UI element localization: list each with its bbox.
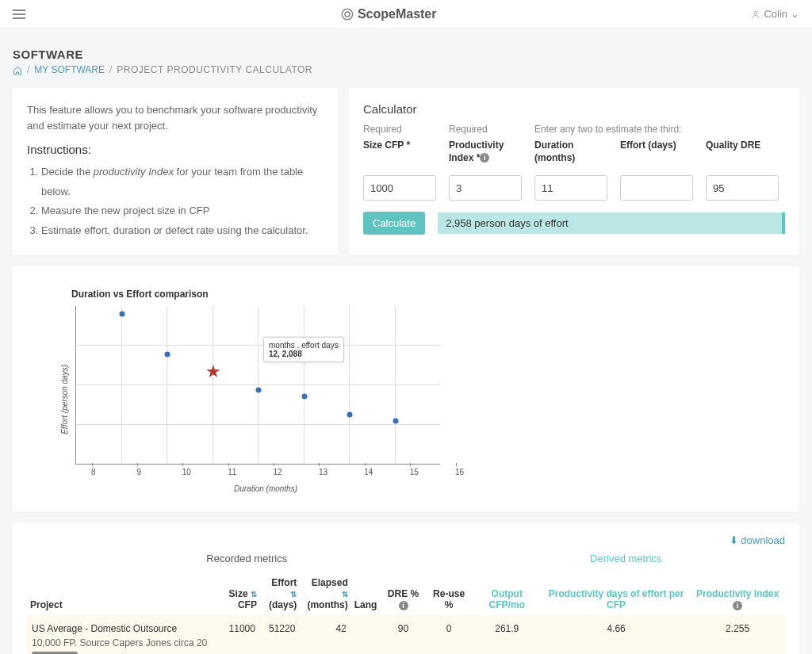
sort-icon: ⇅ xyxy=(342,590,348,599)
th-prod-index[interactable]: Productivity Index i xyxy=(690,572,785,615)
home-icon[interactable] xyxy=(13,64,22,75)
info-icon[interactable]: i xyxy=(733,601,742,610)
th-size[interactable]: Size ⇅CFP xyxy=(224,572,260,615)
cell-prod-index: 2.255 xyxy=(690,615,785,654)
derived-metrics-header: Derived metrics xyxy=(466,553,785,564)
th-elapsed[interactable]: Elapsed ⇅(months) xyxy=(300,572,350,615)
svg-point-0 xyxy=(342,9,353,20)
calculator-card: Calculator Required Required Enter any t… xyxy=(349,88,799,255)
recorded-metrics-header: Recorded metrics xyxy=(27,553,466,564)
intro-text: This feature allows you to benchmark you… xyxy=(27,102,324,133)
chart-point[interactable] xyxy=(256,387,262,392)
size-input[interactable] xyxy=(363,175,436,201)
scope-icon xyxy=(340,7,354,21)
x-axis-ticks: 8910111213141516 xyxy=(91,465,456,476)
th-lang[interactable]: Lang xyxy=(351,572,381,615)
instruction-2: Measure the new project size in CFP xyxy=(41,201,324,221)
result-bar: 2,958 person days of effort xyxy=(438,212,785,234)
breadcrumb-my-software[interactable]: MY SOFTWARE xyxy=(34,64,105,75)
svg-point-1 xyxy=(345,12,350,17)
user-icon xyxy=(751,10,760,19)
table-card: ⬇ download Recorded metrics Derived metr… xyxy=(13,523,799,654)
breadcrumb: / MY SOFTWARE / PROJECT PRODUCTIVITY CAL… xyxy=(13,64,799,75)
chart-title: Duration vs Effort comparison xyxy=(71,289,473,300)
instructions-card: This feature allows you to benchmark you… xyxy=(13,88,338,255)
chart-card: Duration vs Effort comparison Effort (pe… xyxy=(13,266,799,512)
instruction-1: Decide the productivity Index for your t… xyxy=(41,163,324,201)
th-project[interactable]: Project xyxy=(27,572,224,615)
project-sub: 10,000 FP. Source Capers Jones circa 20 xyxy=(32,637,220,648)
quality-input[interactable] xyxy=(706,175,779,201)
user-name: Colin xyxy=(764,8,787,20)
cell-reuse: 0 xyxy=(427,615,472,654)
chart-star-point[interactable]: ★ xyxy=(205,361,221,382)
cell-elapsed: 42 xyxy=(300,615,350,654)
field-label-quality: Quality DRE xyxy=(706,140,779,152)
th-effort[interactable]: Effort ⇅(days) xyxy=(260,572,300,615)
th-prod-days[interactable]: Productivity days of effort per CFP xyxy=(542,572,690,615)
download-link[interactable]: ⬇ download xyxy=(27,534,785,546)
chart-point[interactable] xyxy=(347,411,353,417)
y-axis-label: Effort (person days) xyxy=(60,365,69,434)
cell-effort: 51220 xyxy=(260,615,300,654)
info-icon[interactable]: i xyxy=(399,601,408,610)
label-required-1: Required xyxy=(363,124,436,135)
field-label-duration: Duration (months) xyxy=(534,140,607,164)
menu-button[interactable] xyxy=(13,10,25,19)
chart-point[interactable] xyxy=(165,351,170,357)
brand-logo: ScopeMaster xyxy=(340,7,437,21)
duration-input[interactable] xyxy=(534,175,607,201)
instructions-title: Instructions: xyxy=(27,143,324,156)
calculator-title: Calculator xyxy=(363,102,785,116)
label-required-2: Required xyxy=(449,124,522,135)
field-label-effort: Effort (days) xyxy=(620,140,693,152)
download-icon: ⬇ xyxy=(730,534,738,546)
chevron-down-icon: ⌄ xyxy=(791,8,799,20)
breadcrumb-current: PROJECT PRODUCTIVITY CALCULATOR xyxy=(117,64,312,75)
chart-point[interactable] xyxy=(393,419,398,424)
svg-point-2 xyxy=(754,11,757,14)
sort-icon: ⇅ xyxy=(251,590,257,599)
cell-lang xyxy=(351,615,381,654)
th-output[interactable]: Output CFP/mo xyxy=(472,572,542,615)
brand-name: ScopeMaster xyxy=(358,7,437,21)
scatter-plot: ★months , effort days12, 2,088 xyxy=(75,306,440,465)
effort-input[interactable] xyxy=(620,175,693,201)
instruction-3: Estimate effort, duration or defect rate… xyxy=(41,221,324,241)
cell-size: 11000 xyxy=(224,615,260,654)
prod-input[interactable] xyxy=(449,175,522,201)
cell-prod-days: 4.66 xyxy=(542,615,690,654)
chart-tooltip: months , effort days12, 2,088 xyxy=(263,337,344,362)
calculate-button[interactable]: Calculate xyxy=(363,212,425,235)
table-row[interactable]: US Average - Domestic Outsource 10,000 F… xyxy=(27,615,785,654)
user-menu[interactable]: Colin ⌄ xyxy=(751,8,799,20)
page-section-title: SOFTWARE xyxy=(13,48,799,61)
chart-point[interactable] xyxy=(301,394,307,400)
cell-output: 261.9 xyxy=(472,615,542,654)
chart-point[interactable] xyxy=(119,311,124,316)
field-label-size: Size CFP * xyxy=(363,140,436,152)
field-label-prod: Productivity Index *i xyxy=(449,140,522,164)
th-dre[interactable]: DRE % i xyxy=(380,572,426,615)
label-any-two: Enter any two to estimate the third: xyxy=(534,124,785,135)
cell-dre: 90 xyxy=(380,615,426,654)
x-axis-label: Duration (months) xyxy=(75,484,456,493)
sort-icon: ⇅ xyxy=(290,590,297,599)
th-reuse[interactable]: Re-use % xyxy=(427,572,472,615)
project-name: US Average - Domestic Outsource xyxy=(32,623,220,634)
info-icon[interactable]: i xyxy=(480,153,489,163)
